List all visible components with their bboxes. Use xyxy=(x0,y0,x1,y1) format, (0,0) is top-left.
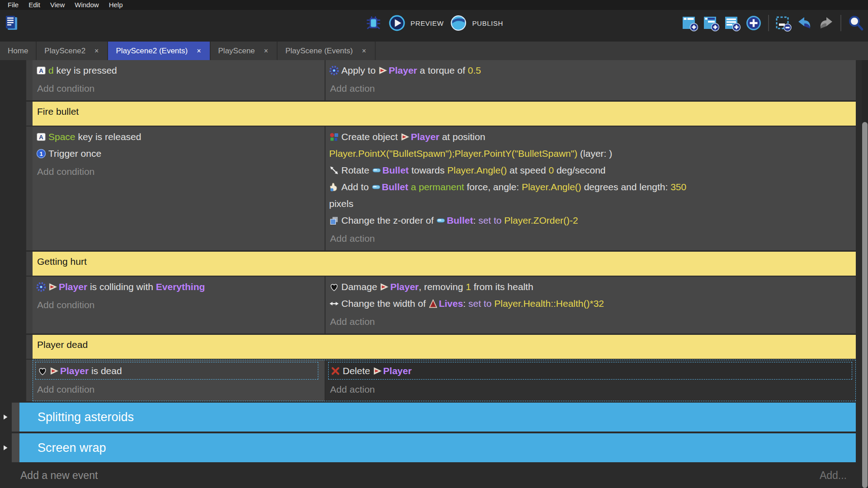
event-cells: Player is colliding with EverythingAdd c… xyxy=(33,277,856,333)
svg-text:A: A xyxy=(39,67,43,74)
action-instruction[interactable]: Create object Player at position Player.… xyxy=(328,128,854,162)
comment-text[interactable]: Player dead xyxy=(33,335,856,359)
preview-button[interactable]: PREVIEW xyxy=(388,14,443,32)
action-instruction[interactable]: Add to Bullet a permanent force, angle: … xyxy=(328,178,854,212)
add-other-icon xyxy=(745,14,762,32)
event-cells: Player is deadAdd conditionDelete Player… xyxy=(33,360,856,401)
menu-item-window[interactable]: Window xyxy=(70,0,104,10)
add-comment-button[interactable] xyxy=(724,14,741,32)
menu-item-file[interactable]: File xyxy=(3,0,24,10)
action-instruction[interactable]: Change the z-order of Bullet: set to Pla… xyxy=(328,212,854,229)
text-segment: is dead xyxy=(89,366,122,376)
add-more-button[interactable]: Add... xyxy=(820,469,847,482)
redo-button[interactable] xyxy=(817,14,835,32)
drag-handle[interactable] xyxy=(26,252,33,276)
search-button[interactable] xyxy=(847,14,864,32)
action-instruction[interactable]: Damage Player, removing 1 from its healt… xyxy=(328,278,854,295)
add-other-button[interactable] xyxy=(745,14,762,32)
tab-playscene2[interactable]: PlayScene2× xyxy=(37,42,108,60)
add-action-button[interactable]: Add action xyxy=(328,381,854,398)
text-segment: set to xyxy=(478,215,501,225)
remove-selection-button[interactable] xyxy=(775,14,792,32)
add-condition-button[interactable]: Add condition xyxy=(35,80,323,97)
comment-text[interactable]: Getting hurt xyxy=(33,252,856,276)
tab-playscene-events[interactable]: PlayScene (Events)× xyxy=(278,42,376,60)
tab-playscene[interactable]: PlayScene× xyxy=(211,42,278,60)
group-title[interactable]: Screen wrap xyxy=(19,433,856,462)
drag-handle[interactable] xyxy=(26,102,33,126)
row-gutter xyxy=(0,127,26,250)
text-segment: Add to xyxy=(341,182,372,192)
condition-instruction[interactable]: Ad key is pressed xyxy=(35,62,323,79)
add-new-event-button[interactable]: Add a new event xyxy=(20,469,98,482)
text-segment: at speed xyxy=(507,165,548,175)
event-row: Player is colliding with EverythingAdd c… xyxy=(0,277,856,333)
comment-text[interactable]: Fire bullet xyxy=(33,102,856,126)
group-title[interactable]: Splitting asteroids xyxy=(19,403,856,432)
action-instruction[interactable]: Rotate Bullet towards Player.Angle() at … xyxy=(328,162,854,178)
action-instruction[interactable]: Change the width of Lives: set to Player… xyxy=(328,295,854,312)
condition-instruction[interactable]: Player is dead xyxy=(35,362,318,380)
add-action-button[interactable]: Add action xyxy=(328,230,854,247)
player-ship-icon xyxy=(50,366,59,375)
text-segment: Space xyxy=(48,131,75,142)
add-action-button[interactable]: Add action xyxy=(328,314,854,330)
comment-row: Getting hurt xyxy=(0,252,856,276)
tab-close-icon[interactable]: × xyxy=(94,47,99,55)
drag-handle[interactable] xyxy=(26,335,33,359)
drag-handle[interactable] xyxy=(26,360,33,401)
text-segment: at position xyxy=(439,131,486,142)
add-subevent-button[interactable] xyxy=(703,14,720,32)
group-row: Splitting asteroids xyxy=(0,403,856,432)
text-segment: Player.Angle() xyxy=(447,165,507,175)
add-action-button[interactable]: Add action xyxy=(328,80,854,97)
condition-instruction[interactable]: 1Trigger once xyxy=(35,145,323,162)
debug-button[interactable] xyxy=(365,14,382,32)
drag-handle[interactable] xyxy=(12,433,19,462)
tab-home[interactable]: Home xyxy=(0,42,37,60)
lives-ship-icon xyxy=(429,299,438,308)
undo-button[interactable] xyxy=(796,14,813,32)
add-event-button[interactable] xyxy=(681,14,698,32)
collapse-arrow-icon[interactable] xyxy=(3,445,8,451)
menu-item-help[interactable]: Help xyxy=(104,0,128,10)
condition-instruction[interactable]: ASpace key is released xyxy=(35,128,323,145)
menu-item-view[interactable]: View xyxy=(45,0,70,10)
add-condition-button[interactable]: Add condition xyxy=(35,297,323,313)
text-segment: 0 xyxy=(548,165,554,175)
menu-item-edit[interactable]: Edit xyxy=(24,0,45,10)
text-segment: 0.5 xyxy=(468,65,481,75)
drag-handle[interactable] xyxy=(26,277,33,333)
text-segment: Delete xyxy=(343,366,373,376)
text-segment: d xyxy=(48,65,54,75)
text-segment: Apply to xyxy=(341,65,378,75)
player-ship-icon xyxy=(401,132,410,141)
action-instruction[interactable]: Delete Player xyxy=(328,362,852,380)
drag-handle[interactable] xyxy=(12,403,19,432)
add-condition-button[interactable]: Add condition xyxy=(35,164,323,180)
comment-row: Player dead xyxy=(0,335,856,359)
condition-instruction[interactable]: Player is colliding with Everything xyxy=(35,278,323,295)
text-segment: Player xyxy=(390,282,419,292)
player-ship-icon xyxy=(48,282,57,291)
force-icon xyxy=(329,182,339,192)
add-condition-button[interactable]: Add condition xyxy=(35,381,323,398)
text-segment: towards xyxy=(409,165,447,175)
text-segment: Player.Angle() xyxy=(522,182,581,192)
tab-close-icon[interactable]: × xyxy=(361,47,367,55)
row-gutter xyxy=(0,60,26,100)
drag-handle[interactable] xyxy=(26,127,33,250)
collapse-arrow-icon[interactable] xyxy=(3,414,8,420)
tab-close-icon[interactable]: × xyxy=(263,47,269,55)
drag-handle[interactable] xyxy=(26,60,33,100)
row-gutter xyxy=(0,277,26,333)
scrollbar-thumb[interactable] xyxy=(862,122,868,488)
text-segment: Player xyxy=(59,282,87,292)
text-segment: Rotate xyxy=(341,165,372,175)
events-footer: Add a new event Add... xyxy=(0,464,856,482)
tab-playscene2-events[interactable]: PlayScene2 (Events)× xyxy=(108,42,210,60)
publish-button[interactable]: PUBLISH xyxy=(450,14,503,32)
action-instruction[interactable]: Apply to Player a torque of 0.5 xyxy=(328,62,854,79)
tab-close-icon[interactable]: × xyxy=(196,47,202,55)
text-segment: pixels xyxy=(329,198,354,209)
